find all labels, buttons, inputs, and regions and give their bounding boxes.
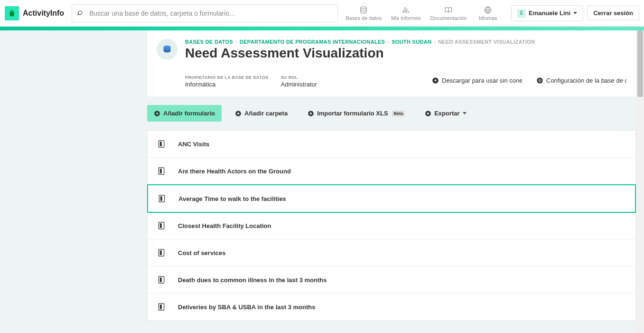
form-icon [158, 303, 165, 311]
import-label: Importar formulario XLS [317, 110, 388, 117]
nav-docs-label: Documentación [430, 15, 467, 21]
form-icon [159, 195, 165, 202]
add-folder-label: Añadir carpeta [244, 110, 288, 117]
nav-docs[interactable]: Documentación [430, 6, 467, 21]
export-button[interactable]: Exportar [418, 105, 473, 122]
search-wrap [70, 4, 338, 22]
svg-rect-12 [160, 169, 162, 173]
main-area: BASES DE DATOS›DEPARTAMENTO DE PROGRAMAS… [0, 30, 644, 333]
accent-bar [0, 27, 644, 30]
breadcrumb-country[interactable]: SOUTH SUDAN [392, 39, 431, 45]
page-header: BASES DE DATOS›DEPARTAMENTO DE PROGRAMAS… [147, 30, 636, 96]
beta-badge: Beta [392, 111, 405, 116]
form-label: Are there Health Actors on the Ground [178, 168, 291, 175]
form-label: Closest Health Facility Location [178, 222, 271, 229]
user-menu[interactable]: E Emanuele Lini [511, 5, 583, 21]
add-form-button[interactable]: Añadir formulario [147, 105, 222, 122]
gear-icon [536, 77, 543, 84]
form-label: ANC Visits [178, 141, 209, 148]
form-icon [158, 140, 165, 148]
database-avatar-icon [157, 39, 177, 60]
scrollbar-thumb[interactable] [637, 30, 643, 97]
breadcrumb-dept[interactable]: DEPARTAMENTO DE PROGRAMAS INTERNACIONALE… [240, 39, 385, 45]
plus-circle-icon [235, 110, 242, 117]
plus-circle-icon [308, 110, 314, 117]
svg-rect-18 [160, 250, 162, 255]
nav-languages-label: Idiomas [479, 15, 497, 21]
nav-icons: Bases de datos Mis informes Documentació… [338, 6, 507, 21]
config-label: Configuración de la base de dat... [546, 77, 626, 84]
svg-rect-16 [160, 223, 162, 228]
breadcrumb-current: NEED ASSESSMENT VISUALIZATION [438, 39, 535, 45]
form-row[interactable]: ANC Visits [148, 131, 635, 158]
form-label: Cost of services [178, 249, 225, 257]
topbar: ActivityInfo Bases de datos Mis informes… [0, 0, 644, 27]
caret-down-icon [573, 12, 577, 14]
add-form-label: Añadir formulario [163, 110, 215, 117]
export-label: Exportar [434, 110, 459, 117]
nav-databases-label: Bases de datos [345, 15, 382, 21]
form-icon [158, 276, 165, 284]
caret-down-icon [463, 112, 467, 114]
nav-databases[interactable]: Bases de datos [345, 6, 382, 21]
add-folder-button[interactable]: Añadir carpeta [228, 105, 294, 122]
svg-rect-14 [160, 196, 162, 201]
role-label: SU ROL [280, 75, 317, 80]
download-icon [432, 77, 439, 84]
download-offline-button[interactable]: Descargar para usar sin conexi... [432, 77, 522, 84]
owner-value: Informática [185, 81, 268, 88]
plus-circle-icon [154, 110, 160, 117]
import-xls-button[interactable]: Importar formulario XLS Beta [301, 105, 411, 122]
action-bar: Añadir formulario Añadir carpeta Importa… [147, 96, 636, 130]
form-row[interactable]: Deliveries by SBA & USBA in the last 3 m… [148, 294, 635, 320]
form-row[interactable]: Are there Health Actors on the Ground [148, 158, 635, 185]
form-icon [158, 167, 165, 175]
form-icon [158, 222, 165, 229]
form-label: Death dues to common illness In the last… [178, 276, 327, 284]
nav-languages[interactable]: Idiomas [476, 6, 500, 21]
svg-rect-20 [160, 277, 162, 282]
form-row[interactable]: Cost of services [148, 239, 635, 266]
user-name: Emanuele Lini [529, 10, 570, 17]
page-title: Need Assessment Visualization [185, 46, 626, 61]
form-icon [158, 249, 165, 257]
form-row[interactable]: Death dues to common illness In the last… [148, 266, 635, 294]
form-row[interactable]: Average Time to walk to the facilities [147, 184, 636, 213]
owner-block: PROPIETARIO DE LA BASE DE DATOS Informát… [185, 75, 268, 88]
globe-icon [484, 6, 492, 14]
right-actions: E Emanuele Lini Cerrar sesión [507, 5, 639, 21]
logo[interactable]: ActivityInfo [5, 6, 70, 20]
brand-text: ActivityInfo [23, 9, 64, 18]
nav-reports-label: Mis informes [391, 15, 420, 21]
svg-point-1 [164, 46, 171, 48]
form-row[interactable]: Closest Health Facility Location [148, 212, 635, 239]
role-block: SU ROL Administrator [280, 75, 317, 88]
book-icon [444, 6, 453, 14]
chart-icon [401, 6, 410, 14]
breadcrumb-databases[interactable]: BASES DE DATOS [185, 39, 233, 45]
logo-icon [5, 6, 19, 20]
breadcrumb: BASES DE DATOS›DEPARTAMENTO DE PROGRAMAS… [185, 39, 626, 45]
owner-label: PROPIETARIO DE LA BASE DE DATOS [185, 75, 268, 80]
form-list: ANC VisitsAre there Health Actors on the… [147, 130, 636, 321]
db-config-button[interactable]: Configuración de la base de dat... [536, 77, 626, 84]
avatar: E [517, 9, 526, 18]
scrollbar-track[interactable] [636, 30, 644, 333]
database-icon [359, 6, 368, 14]
form-label: Deliveries by SBA & USBA in the last 3 m… [178, 304, 315, 311]
search-input[interactable] [72, 4, 338, 22]
download-label: Descargar para usar sin conexi... [442, 77, 522, 84]
search-icon [77, 10, 84, 17]
logout-button[interactable]: Cerrar sesión [587, 6, 639, 20]
nav-reports[interactable]: Mis informes [391, 6, 420, 21]
role-value: Administrator [280, 81, 317, 88]
svg-rect-10 [160, 142, 162, 146]
svg-rect-22 [160, 304, 162, 309]
plus-circle-icon [425, 110, 431, 117]
form-label: Average Time to walk to the facilities [178, 195, 286, 202]
